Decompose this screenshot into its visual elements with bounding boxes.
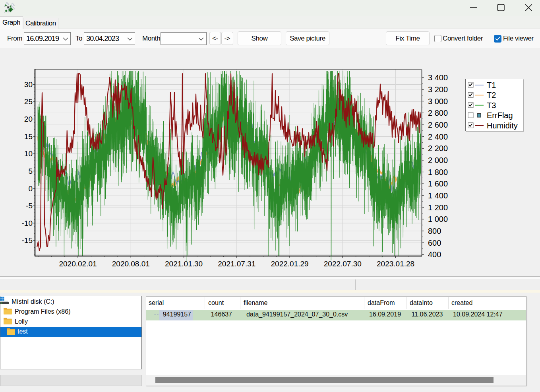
- svg-text:1 800: 1 800: [428, 168, 448, 177]
- svg-text:800: 800: [428, 227, 441, 235]
- svg-text:T3: T3: [487, 101, 496, 110]
- svg-text:T1: T1: [487, 81, 496, 89]
- svg-text:0: 0: [28, 184, 33, 193]
- svg-text:10: 10: [24, 149, 33, 158]
- svg-text:25: 25: [24, 97, 33, 106]
- svg-text:600: 600: [428, 239, 441, 247]
- svg-text:400: 400: [428, 250, 441, 259]
- svg-text:-10: -10: [22, 219, 33, 227]
- svg-text:2022.07.30: 2022.07.30: [324, 260, 362, 268]
- svg-text:2022.01.29: 2022.01.29: [271, 260, 309, 268]
- svg-text:2 600: 2 600: [428, 120, 448, 129]
- svg-text:1 600: 1 600: [428, 179, 448, 188]
- svg-text:-15: -15: [22, 236, 33, 245]
- svg-text:3 400: 3 400: [428, 73, 448, 82]
- svg-text:2 200: 2 200: [428, 144, 448, 153]
- svg-text:-5: -5: [26, 202, 33, 210]
- svg-text:2020.02.01: 2020.02.01: [59, 260, 97, 268]
- svg-text:2021.01.30: 2021.01.30: [165, 260, 203, 268]
- svg-text:1 200: 1 200: [428, 203, 448, 212]
- svg-text:2023.01.28: 2023.01.28: [377, 260, 414, 268]
- svg-text:5: 5: [28, 167, 33, 175]
- svg-text:2 800: 2 800: [428, 109, 448, 117]
- svg-text:15: 15: [24, 132, 33, 141]
- svg-text:30: 30: [24, 80, 33, 89]
- svg-text:1 000: 1 000: [428, 215, 448, 223]
- svg-text:ErrFlag: ErrFlag: [487, 111, 513, 120]
- svg-text:2 400: 2 400: [428, 132, 448, 141]
- svg-text:3 200: 3 200: [428, 85, 448, 94]
- svg-text:20: 20: [24, 115, 33, 123]
- svg-text:3 000: 3 000: [428, 97, 448, 106]
- svg-text:2021.07.31: 2021.07.31: [218, 260, 255, 268]
- svg-text:Humidity: Humidity: [487, 121, 518, 130]
- svg-text:2020.08.01: 2020.08.01: [112, 260, 150, 268]
- svg-text:T2: T2: [487, 91, 496, 99]
- svg-text:2 000: 2 000: [428, 156, 448, 165]
- svg-text:1 400: 1 400: [428, 191, 448, 200]
